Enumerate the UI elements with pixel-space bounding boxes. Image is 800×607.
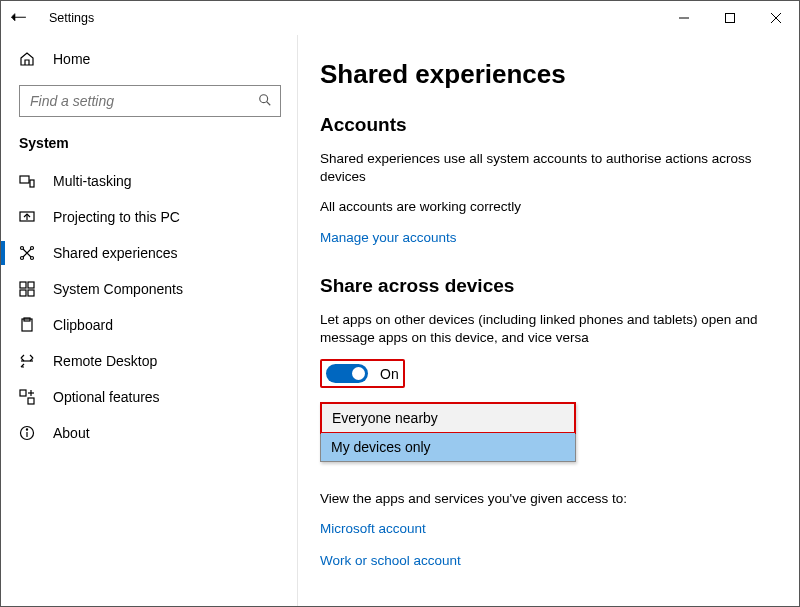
optional-features-icon: [19, 389, 35, 405]
manage-accounts-link[interactable]: Manage your accounts: [320, 230, 457, 245]
sidebar-item-label: Projecting to this PC: [53, 209, 180, 225]
system-components-icon: [19, 281, 35, 297]
sidebar-item-optional-features[interactable]: Optional features: [1, 379, 297, 415]
sidebar-item-about[interactable]: About: [1, 415, 297, 451]
microsoft-account-link[interactable]: Microsoft account: [320, 521, 426, 536]
sidebar-item-label: About: [53, 425, 90, 441]
sidebar-item-system-components[interactable]: System Components: [1, 271, 297, 307]
svg-point-4: [260, 94, 268, 102]
nav-home[interactable]: Home: [1, 43, 297, 75]
sidebar-item-shared-experiences[interactable]: Shared experiences: [1, 235, 297, 271]
svg-rect-14: [20, 282, 26, 288]
minimize-button[interactable]: [661, 1, 707, 35]
nav-home-label: Home: [53, 51, 90, 67]
dropdown-option-my-devices[interactable]: My devices only: [321, 433, 575, 461]
page-title: Shared experiences: [320, 59, 769, 90]
maximize-button[interactable]: [707, 1, 753, 35]
search-icon: [258, 93, 272, 110]
remote-desktop-icon: [19, 353, 35, 369]
share-heading: Share across devices: [320, 275, 769, 297]
back-button[interactable]: 🠐: [1, 8, 35, 28]
sidebar-item-label: Multi-tasking: [53, 173, 132, 189]
sidebar-item-projecting[interactable]: Projecting to this PC: [1, 199, 297, 235]
multitasking-icon: [19, 173, 35, 189]
sidebar-category: System: [1, 135, 297, 163]
accounts-desc: Shared experiences use all system accoun…: [320, 150, 769, 186]
share-dropdown[interactable]: Everyone nearby My devices only: [320, 402, 576, 462]
svg-line-5: [267, 101, 271, 105]
sidebar-item-label: Shared experiences: [53, 245, 178, 261]
home-icon: [19, 51, 35, 67]
svg-rect-21: [20, 390, 26, 396]
search-input[interactable]: [28, 92, 258, 110]
sidebar-item-label: Clipboard: [53, 317, 113, 333]
share-desc: Let apps on other devices (including lin…: [320, 311, 769, 347]
svg-rect-7: [30, 180, 34, 187]
sidebar-item-label: Optional features: [53, 389, 160, 405]
work-school-account-link[interactable]: Work or school account: [320, 553, 461, 568]
accounts-status: All accounts are working correctly: [320, 198, 769, 216]
svg-rect-1: [726, 14, 735, 23]
shared-experiences-icon: [19, 245, 35, 261]
close-button[interactable]: [753, 1, 799, 35]
window-title: Settings: [49, 11, 94, 25]
sidebar-item-multi-tasking[interactable]: Multi-tasking: [1, 163, 297, 199]
sidebar-item-label: System Components: [53, 281, 183, 297]
dropdown-highlight: Everyone nearby: [320, 402, 576, 434]
svg-rect-6: [20, 176, 29, 183]
search-input-wrap[interactable]: [19, 85, 281, 117]
sidebar-item-clipboard[interactable]: Clipboard: [1, 307, 297, 343]
svg-rect-22: [28, 398, 34, 404]
svg-rect-17: [28, 290, 34, 296]
share-toggle-label: On: [380, 366, 399, 382]
sidebar-item-label: Remote Desktop: [53, 353, 157, 369]
toggle-highlight: On: [320, 359, 405, 388]
about-icon: [19, 425, 35, 441]
sidebar-item-remote-desktop[interactable]: Remote Desktop: [1, 343, 297, 379]
dropdown-option-everyone[interactable]: Everyone nearby: [322, 404, 574, 432]
svg-point-27: [26, 429, 27, 430]
share-toggle[interactable]: [326, 364, 368, 383]
clipboard-icon: [19, 317, 35, 333]
svg-rect-15: [28, 282, 34, 288]
accounts-heading: Accounts: [320, 114, 769, 136]
access-text: View the apps and services you've given …: [320, 490, 769, 508]
svg-rect-16: [20, 290, 26, 296]
projecting-icon: [19, 209, 35, 225]
